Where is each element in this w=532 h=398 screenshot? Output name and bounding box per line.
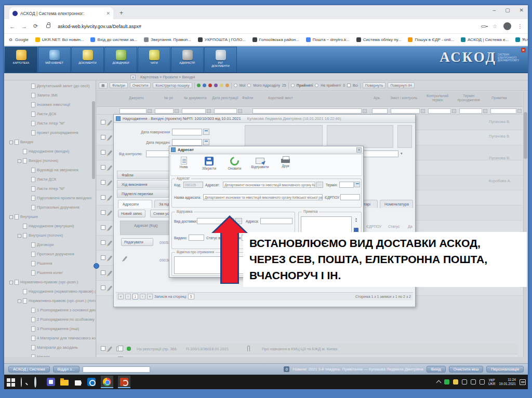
sidebar-tree-item[interactable]: Листи ДСК — [4, 175, 96, 184]
modal-toolbar-button[interactable]: Відправити — [248, 155, 272, 175]
browser-tab[interactable]: АСКОД | Система електронног: ✕ — [9, 7, 113, 19]
start-button[interactable] — [6, 378, 15, 387]
powerpoint-icon[interactable] — [118, 376, 130, 388]
sidebar-tree-item[interactable]: проект розпорядження — [4, 128, 96, 138]
accepted-radio[interactable] — [291, 84, 295, 87]
sidebar-tree-item[interactable]: - Вихідні (поточні) — [4, 156, 96, 166]
bookmark-item[interactable]: УКРПОШТА | ГОЛО... — [198, 37, 246, 42]
tray-usb-icon[interactable] — [471, 379, 476, 385]
edit-pencil-icon[interactable] — [108, 135, 112, 140]
tray-volume-icon[interactable] — [480, 379, 485, 385]
reload-icon[interactable]: ⟳ — [33, 23, 38, 30]
funnel-icon[interactable] — [175, 109, 179, 113]
document-row[interactable]: На реєстрації (пр. 366 П-100/13/360 18.0… — [97, 344, 517, 354]
edit-pencil-icon[interactable] — [108, 285, 112, 291]
spinner-up-icon[interactable]: ▲▼ — [354, 217, 358, 223]
app-close-icon[interactable]: ✕ — [521, 48, 526, 52]
store-icon[interactable] — [74, 378, 83, 387]
teams-icon[interactable] — [47, 378, 56, 387]
adresa-input[interactable] — [260, 218, 292, 224]
edit-pencil-icon[interactable] — [108, 180, 112, 185]
sidebar-tree-item[interactable]: Накази — [4, 352, 96, 357]
modal-toolbar-button[interactable]: Зберегти — [197, 155, 221, 175]
return-button[interactable]: Повернуть — [363, 83, 386, 88]
page-prev-button[interactable]: ‹ — [125, 294, 131, 299]
sidebar-tree-item[interactable]: Рішення колег — [4, 268, 96, 278]
nav-menu-button[interactable]: МІЙ КАБІНЕТ — [38, 47, 71, 73]
col-header[interactable]: Термін проходження — [456, 94, 481, 102]
edit-pencil-icon[interactable] — [108, 225, 112, 230]
dialog-title-bar[interactable]: Надходження - Вихідні (проекти) №РП: 100… — [114, 115, 415, 123]
row-checkbox[interactable] — [101, 285, 105, 290]
sidebar-tree-item[interactable]: Протокольні доручення — [4, 203, 96, 212]
bookmarks-overflow-icon[interactable]: » — [522, 36, 525, 42]
col-header[interactable]: Арк. — [374, 96, 381, 100]
search-constructor-button[interactable]: Конструктор пошуку — [153, 83, 192, 88]
filter-input[interactable] — [182, 108, 206, 114]
bookmark-star-icon[interactable]: ☆ — [493, 23, 497, 29]
footer-viddil-button[interactable]: Відділ з... — [53, 366, 79, 373]
tab-adresaty[interactable]: Адресати — [118, 200, 152, 208]
sidebar-tree-item[interactable]: Договори — [4, 240, 96, 250]
page-number[interactable]: 1 — [132, 294, 138, 299]
tree-expand-icon[interactable]: - — [9, 281, 13, 284]
filter-input[interactable] — [155, 108, 174, 114]
row-checkbox[interactable] — [101, 240, 105, 245]
sidebar-tree-item[interactable]: Підготовлені проекти вихідних — [4, 194, 96, 203]
footer-search-input[interactable] — [83, 366, 150, 373]
col-header[interactable]: Файли — [242, 96, 253, 100]
filter-input[interactable] — [252, 108, 362, 114]
sidebar-tree-item[interactable]: Депутатський запит (до сесії) — [4, 81, 96, 91]
sidebar-tree-item[interactable]: Листи літер "М" — [4, 119, 96, 128]
file-explorer-icon[interactable] — [60, 378, 69, 387]
columns-button[interactable]: ▦ — [99, 83, 108, 89]
edit-pencil-icon[interactable] — [108, 165, 112, 170]
status-dot-red-icon[interactable] — [208, 84, 212, 87]
sidebar-tree-item[interactable]: 4 Матеріали для тимчасового користування — [4, 334, 96, 343]
col-header[interactable]: Примітка — [491, 96, 507, 100]
row-checkbox[interactable] — [101, 225, 105, 230]
tray-app-icon[interactable] — [453, 379, 458, 385]
funnel-icon[interactable] — [517, 109, 522, 113]
filter-input[interactable] — [490, 108, 516, 114]
bookmark-item[interactable]: Пошук в ЄДР - onli... — [408, 37, 454, 42]
profile-avatar[interactable] — [503, 22, 511, 30]
edit-pencil-icon[interactable] — [108, 150, 112, 155]
col-header[interactable]: № рп — [164, 96, 173, 100]
bookmark-item[interactable]: G Google — [8, 37, 29, 42]
bookmark-item[interactable]: Система обліку пу... — [356, 37, 402, 42]
table-scrollbar[interactable] — [523, 91, 528, 357]
language-indicator[interactable]: УКРUKR — [488, 378, 496, 386]
bookmark-item[interactable]: Пошта ~ dmytro.k... — [306, 37, 350, 42]
row-checkbox[interactable] — [101, 255, 105, 260]
sidebar-tree-item[interactable]: Надходження (вихідні) — [4, 147, 96, 156]
tree-expand-icon[interactable]: - — [9, 215, 13, 219]
window-close-button[interactable]: ✕ — [520, 7, 524, 13]
sidebar-tree-item[interactable]: - Нормативно-правові (орг.-розп.) (поточ… — [4, 296, 96, 306]
col-header[interactable]: Контрольний термін — [425, 94, 450, 102]
edit-pencil-icon[interactable] — [108, 195, 112, 200]
termin-input[interactable] — [339, 182, 354, 188]
unit-radio[interactable] — [247, 84, 251, 87]
tree-expand-icon[interactable]: - — [18, 234, 21, 238]
sidebar-tree-item[interactable]: Відповіді на звернення — [4, 166, 96, 175]
edit-button[interactable]: Редагувати — [121, 238, 153, 246]
sidebar-tree-item[interactable]: Рішення — [4, 259, 96, 268]
nav-menu-button[interactable]: РКГ ДОКУМЕНТИ — [204, 47, 237, 73]
search-icon[interactable] — [20, 378, 29, 387]
status-dot-green-icon[interactable] — [197, 84, 201, 87]
cortana-icon[interactable] — [33, 378, 42, 387]
tree-expand-icon[interactable]: - — [9, 141, 13, 144]
nav-menu-button[interactable]: АДМІНІСТР. — [171, 47, 204, 73]
tray-app-icon[interactable] — [444, 379, 449, 385]
sidebar-tree-item[interactable]: Матеріали до засідань — [4, 343, 96, 352]
nazva-input[interactable]: Департамент економіки та інвестицій вико… — [203, 194, 323, 200]
edit-pencil-icon[interactable] — [108, 255, 112, 260]
adresat-lookup-button[interactable]: ··· — [316, 182, 323, 188]
copy-stack-icon[interactable] — [116, 347, 121, 351]
modal-toolbar-button[interactable]: Нова — [171, 155, 196, 175]
sidebar-tree-item[interactable]: Надходження (нормативно-правові) (орг.-р… — [4, 287, 96, 296]
row-checkbox[interactable] — [101, 120, 105, 125]
forward-icon[interactable]: → — [21, 23, 27, 30]
funnel-icon[interactable] — [363, 109, 367, 113]
